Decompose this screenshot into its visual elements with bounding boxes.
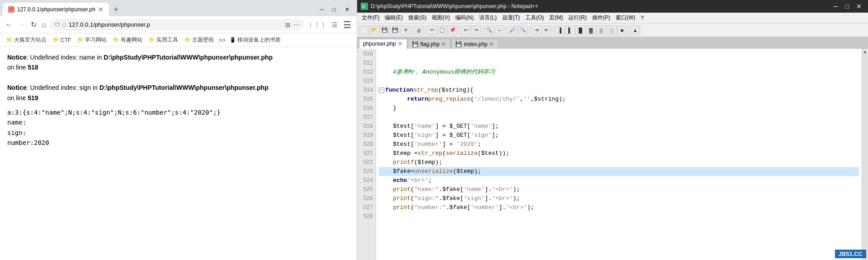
toolbar-b3[interactable]: █ [576, 25, 585, 35]
toolbar-sep2 [425, 26, 425, 35]
code-line-528 [379, 212, 859, 221]
toolbar-b5[interactable]: ▒ [596, 25, 606, 35]
sidebar-button[interactable]: ☰ [330, 20, 340, 29]
npp-tab-flag-close[interactable]: ✕ [441, 41, 446, 47]
toolbar-indent[interactable]: ⇥ [531, 25, 541, 35]
toolbar-b6[interactable]: ░ [607, 25, 617, 35]
toolbar-replace[interactable]: ↔ [495, 25, 505, 35]
menu-file[interactable]: 文件(F) [359, 13, 382, 23]
address-input[interactable] [69, 21, 283, 28]
toolbar-cut[interactable]: ✂ [427, 25, 437, 35]
toolbar-print[interactable]: 🖨 [414, 25, 424, 35]
toolbar-find[interactable]: 🔍 [484, 25, 494, 35]
scroll-up-arrow[interactable]: ▲ [863, 49, 867, 56]
toolbar-undo[interactable]: ↩ [461, 25, 471, 35]
npp-minimize-button[interactable]: ─ [831, 3, 841, 10]
toolbar-b1[interactable]: ▐ [555, 25, 565, 35]
toolbar-sep8 [628, 26, 629, 35]
menu-button[interactable]: ☰ [341, 19, 353, 31]
npp-maximize-button[interactable]: □ [843, 3, 852, 10]
toolbar-zoom-in[interactable]: 🔎 [508, 25, 518, 35]
scrollbar-right[interactable]: ▲ ▼ [862, 49, 868, 260]
menu-edit[interactable]: 编辑(E) [382, 13, 406, 23]
menu-language[interactable]: 语言(L) [476, 13, 500, 23]
toolbar-save[interactable]: 💾 [380, 25, 390, 35]
bookmark-fun[interactable]: 📁 有趣网站 [110, 35, 145, 45]
browser-window: 🦊 127.0.0.1/phpunser/phpunser.ph ✕ + ─ □… [0, 0, 357, 260]
npp-tab-index-close[interactable]: ✕ [489, 41, 494, 47]
toolbar-b2[interactable]: ▌ [565, 25, 575, 35]
code-line-515: return preg_replace( '/lemon|shy/','', $… [379, 95, 859, 104]
minimize-button[interactable]: ─ [317, 5, 326, 14]
toolbar-sep7 [553, 26, 553, 35]
menu-help[interactable]: ? [638, 14, 646, 22]
menu-search[interactable]: 搜索(S) [406, 13, 429, 23]
address-bar: ← → ↻ ⌂ 🛡 □ ⊞ ··· ⋮⋮⋮ ☰ ☰ [0, 16, 357, 33]
toolbar-zoom-out[interactable]: 🔍 [518, 25, 528, 35]
code-line-510 [379, 50, 859, 59]
menu-window[interactable]: 窗口(W) [613, 13, 638, 23]
code-line-511 [379, 59, 859, 68]
toolbar-copy[interactable]: 📋 [437, 25, 447, 35]
menu-view[interactable]: 视图(V) [429, 13, 453, 23]
qr-icon[interactable]: ⊞ [285, 21, 291, 28]
npp-tab-phpunser[interactable]: phpunser.php ✕ [359, 39, 407, 49]
tab-close-button[interactable]: ✕ [98, 6, 104, 13]
menu-plugins[interactable]: 插件(P) [590, 13, 613, 23]
toolbar-sep4 [482, 26, 483, 35]
maximize-button[interactable]: □ [330, 5, 339, 14]
code-line-519: $test['sign'] = $_GET['sign']; [379, 131, 859, 140]
code-area[interactable]: #参考Mr. Anonymous师傅的代码学习−function str_rep… [376, 49, 862, 260]
data-line1: a:3:{s:4:"name";N;s:4:"sign";N;s:6:"numb… [7, 107, 349, 117]
npp-tab-flag[interactable]: 💾 flag.php ✕ [408, 39, 451, 49]
toolbar-redo[interactable]: ↪ [471, 25, 481, 35]
toolbar-outdent[interactable]: ⇤ [542, 25, 552, 35]
menu-settings[interactable]: 设置(T) [500, 13, 523, 23]
new-tab-button[interactable]: + [111, 5, 122, 15]
toolbar-close[interactable]: ✕ [401, 25, 410, 35]
toolbar-open[interactable]: 📂 [369, 25, 379, 35]
code-line-518: $test['name'] = $_GET['name']; [379, 122, 859, 131]
bookmark-ctf[interactable]: 📁 CTF [50, 36, 74, 44]
toolbar-b4[interactable]: ▓ [586, 25, 596, 35]
watermark: JB51.CC [835, 250, 866, 258]
npp-close-button[interactable]: ✕ [854, 3, 864, 10]
toolbar-sep5 [506, 26, 506, 35]
npp-tab-phpunser-close[interactable]: ✕ [398, 41, 402, 47]
menu-encoding[interactable]: 编码(N) [453, 13, 476, 23]
line-numbers: 5105115125135145155165175185195205215225… [357, 49, 376, 260]
notice1: Notice: Undefined index: name in D:\phpS… [7, 52, 349, 62]
fold-icon-514[interactable]: − [379, 88, 384, 93]
toolbar-b7[interactable]: ■ [617, 25, 627, 35]
bookmark-mobile[interactable]: 📱 移动设备上的书签 [227, 35, 283, 45]
reload-button[interactable]: ↻ [29, 19, 38, 30]
bookmark-wallpaper[interactable]: 📁 主题壁纸 [182, 35, 217, 45]
active-tab[interactable]: 🦊 127.0.0.1/phpunser/phpunser.ph ✕ [3, 3, 109, 16]
toolbar-new[interactable]: 📄 [359, 25, 369, 35]
bookmark-study[interactable]: 📁 学习网站 [75, 35, 109, 45]
menu-tools[interactable]: 工具(O) [523, 13, 547, 23]
code-line-524: echo '<br>'; [379, 176, 859, 185]
close-button[interactable]: ✕ [342, 5, 352, 14]
bookmark-fox[interactable]: 📁 火狐官方站点 [4, 35, 49, 45]
forward-button[interactable]: → [16, 20, 27, 30]
bookmark-mobile-icon: 📱 [230, 37, 236, 43]
bookmark-more-button[interactable]: >> [218, 37, 226, 44]
bookmark-tools[interactable]: 📁 实用工具 [146, 35, 181, 45]
extensions-button[interactable]: ⋮⋮⋮ [306, 20, 328, 29]
npp-tab-index[interactable]: 💾 index.php ✕ [451, 39, 499, 49]
code-line-521: $temp = str_rep(serialize($test)); [379, 149, 859, 158]
notepad-window: N D:\phpStudy\PHPTutorial\WWW\phpunser\p… [357, 0, 868, 260]
more-icon[interactable]: ··· [293, 21, 299, 29]
svg-text:N: N [362, 4, 365, 9]
toolbar-sep3 [459, 26, 459, 35]
toolbar-sep6 [529, 26, 530, 35]
menu-macro[interactable]: 宏(M) [547, 13, 566, 23]
menu-run[interactable]: 运行(R) [566, 13, 590, 23]
toolbar-paste[interactable]: 📌 [448, 25, 458, 35]
data-line4: number:2020 [7, 138, 349, 148]
toolbar-scroll-up[interactable]: ▲ [630, 25, 640, 35]
toolbar-save-all[interactable]: 💾 [390, 25, 400, 35]
home-button[interactable]: ⌂ [40, 20, 48, 30]
back-button[interactable]: ← [4, 20, 14, 30]
